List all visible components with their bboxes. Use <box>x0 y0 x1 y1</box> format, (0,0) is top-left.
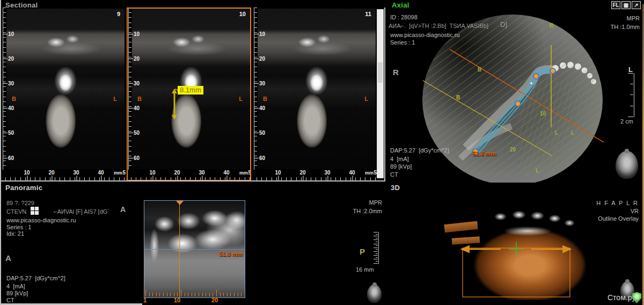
ruler-label: 10 <box>275 170 281 176</box>
line-label-b: B <box>456 95 460 100</box>
ct-cross-section-image[interactable] <box>6 9 125 169</box>
sectional-slice-3[interactable]: 10 20 30 40 50 60 10 20 30 40 mm 50 11 B… <box>252 8 377 181</box>
ruler-label: 20 <box>8 56 14 62</box>
expand-button[interactable]: ↗ <box>632 1 641 9</box>
measurement-label: 51.8 mm <box>219 251 243 257</box>
measurement-arrow-icon[interactable] <box>171 89 178 120</box>
scale-label: 16 mm <box>356 266 374 273</box>
line-label-l: L <box>571 130 574 136</box>
ma-value: 4 [mA] <box>6 283 25 289</box>
thickness-label: TH :1.0mm <box>611 24 640 30</box>
ruler-label: 10 <box>8 31 14 37</box>
fl-button[interactable]: FL <box>611 1 620 9</box>
ruler-label: 10 <box>134 31 140 37</box>
orientation-l-label: L <box>628 66 633 74</box>
ruler-label: 1 <box>143 297 147 303</box>
ruler-label: 40 <box>259 105 265 111</box>
panoramic-ruler-ticks <box>144 290 245 296</box>
panel-separator-horizontal <box>0 180 385 181</box>
ruler-label: 40 <box>349 170 355 176</box>
scale-label: 2 cm <box>620 118 633 125</box>
modality-label: CT <box>390 171 398 178</box>
ruler-label: 30 <box>324 170 330 176</box>
layout-grid-button[interactable]: ▦ <box>621 1 631 9</box>
reference-hline[interactable] <box>144 249 245 250</box>
vertical-ruler: 10 20 30 40 50 60 <box>1 8 14 170</box>
ruler-label: 40 <box>8 105 14 111</box>
ma-value: 4 [mA] <box>390 156 409 162</box>
ruler-label: 10 <box>149 170 155 176</box>
ruler-unit: mm <box>239 170 248 176</box>
orientation-l-label: L <box>364 96 368 102</box>
threed-panel: 3D H F A P L R VR Outline Overlay Стом.р… <box>385 183 644 305</box>
vertical-ruler: 10 20 30 40 50 60 <box>127 8 140 170</box>
window-edge-left <box>0 0 1 305</box>
ruler-label: 20 <box>48 170 54 176</box>
ruler-label: 10 <box>259 31 265 37</box>
threed-title: 3D <box>391 184 400 192</box>
ruler-unit: mm <box>114 170 122 176</box>
site-url: www.picasso-diagnostic.ru <box>6 217 76 223</box>
ruler-label: 20 <box>174 170 180 176</box>
site-url: www.picasso-diagnostic.ru <box>390 32 460 38</box>
ruler-label: 30 <box>73 170 79 176</box>
curve-length-label: 51.8 mm <box>472 150 496 157</box>
ruler-label: 60 <box>259 155 265 161</box>
ruler-label: 50 <box>248 170 251 176</box>
sectional-slice-2-selected[interactable]: 10 20 30 40 50 60 10 20 30 40 mm 50 10 B… <box>127 8 251 181</box>
scrollbar-thumb[interactable] <box>378 62 383 83</box>
ruler-label: 50 <box>134 130 140 136</box>
orientation-l-label: L <box>113 96 117 102</box>
ruler-label: 30 <box>8 81 14 86</box>
ct-cross-section-image[interactable] <box>258 9 376 169</box>
series-label: Series : 1 <box>6 224 31 230</box>
slice-lines-overlay-right <box>519 81 605 175</box>
sectional-panel: Sectional 10 20 30 40 50 60 10 20 30 40 … <box>0 0 385 181</box>
scale-ruler <box>628 73 634 117</box>
ruler-label: 60 <box>134 155 140 161</box>
panoramic-panel: Panoramic 89 ?. ?229 CTEVN ⌐AИVAl [F] Al… <box>0 181 385 305</box>
ruler-label: 20 <box>299 170 305 176</box>
horizontal-ruler: 10 20 30 40 mm 50 <box>130 168 251 181</box>
thickness-label: TH :2.0mm <box>343 208 382 214</box>
sectional-scrollbar[interactable] <box>377 9 384 178</box>
ruler-label: 10 <box>24 170 30 176</box>
patient-id: 89 ?. ?229 <box>6 200 34 206</box>
slice-position-handle[interactable] <box>176 201 184 205</box>
ruler-label: 50 <box>259 130 265 136</box>
windows-logo-icon <box>31 207 39 215</box>
watermark-text: ⌐AИVAl [F] AlЅ7 [dG` <box>54 208 109 215</box>
orientation-p-label: P <box>360 247 365 256</box>
panoramic-image-frame[interactable]: 51.8 mm <box>144 200 245 298</box>
sectional-slice-1[interactable]: 10 20 30 40 50 60 10 20 30 40 mm 50 9 B … <box>1 8 126 181</box>
line-label-l: L <box>536 168 539 173</box>
orientation-b-label: B <box>263 96 267 102</box>
mpr-label: MPR <box>354 199 382 206</box>
orientation-b-label: B <box>137 96 142 102</box>
ruler-label: 20 <box>134 56 140 62</box>
modality-label: CT <box>6 297 14 303</box>
axial-panel: Axial FL ▦ ↗ <box>385 0 644 183</box>
scale-ruler <box>372 232 379 264</box>
axial-title: Axial <box>392 1 409 9</box>
line-label-b: B <box>478 67 481 72</box>
ruler-unit: mm <box>365 170 374 176</box>
orientation-head-icon <box>367 285 382 303</box>
grid-icon: ▦ <box>624 2 628 8</box>
ruler-label: 30 <box>199 170 204 176</box>
slice-number: 11 <box>365 11 371 17</box>
ruler-label: 40 <box>223 170 229 176</box>
horizontal-ruler: 10 20 30 40 mm 50 <box>255 168 377 181</box>
measurement-label[interactable]: 8.1mm <box>178 86 203 95</box>
orientation-b-label: B <box>12 96 16 102</box>
kvp-value: 89 [kVp] <box>6 290 28 296</box>
panoramic-title: Panoramic <box>5 184 42 192</box>
index-label: Idx: 21 <box>6 230 24 237</box>
slice-position-line[interactable] <box>179 201 180 297</box>
dap-value: DAP:5.27 [dGy*cm^2] <box>6 275 65 281</box>
ruler-label: 40 <box>134 105 140 111</box>
mpr-label: MPR <box>627 15 640 21</box>
render-mode-label: VR <box>631 208 639 214</box>
watermark-text: AИA⌐. [qV>TH :2.Bb] TЅИA VASIBb] <box>389 23 488 29</box>
slice-number: 9 <box>117 11 120 17</box>
